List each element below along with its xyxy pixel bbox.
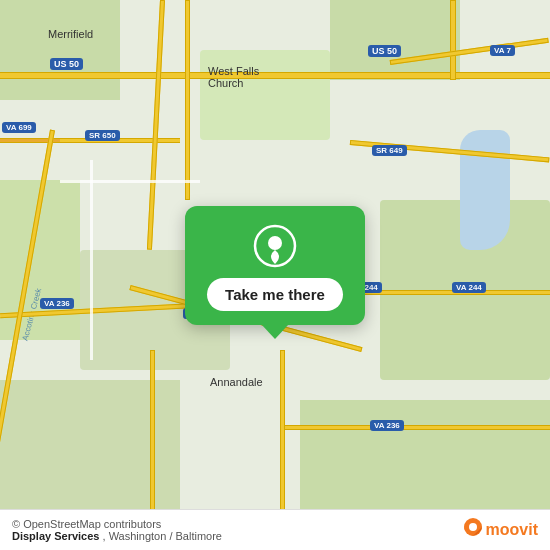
green-area-2 — [330, 0, 460, 80]
road-va236-right — [280, 425, 550, 430]
city-annandale: Annandale — [210, 376, 263, 388]
location-pin-icon — [253, 224, 297, 268]
green-area-3 — [200, 50, 330, 140]
moovit-pin-icon — [464, 518, 482, 542]
moovit-label: moovit — [486, 521, 538, 539]
footer-city: Washington / Baltimore — [109, 530, 222, 542]
take-me-there-button[interactable]: Take me there — [207, 278, 343, 311]
label-va244-right: VA 244 — [452, 282, 486, 293]
water-river — [460, 130, 510, 250]
moovit-logo: moovit — [464, 518, 538, 542]
app-name: Display Services — [12, 530, 99, 542]
label-va236-right: VA 236 — [370, 420, 404, 431]
svg-point-3 — [469, 523, 477, 531]
road-v-annandale2 — [280, 350, 285, 510]
label-va7: VA 7 — [490, 45, 515, 56]
city-westfalls: West FallsChurch — [208, 65, 259, 89]
road-v-center — [185, 0, 190, 200]
osm-credit-text: © OpenStreetMap contributors — [12, 518, 161, 530]
label-sr649-right: SR 649 — [372, 145, 407, 156]
green-area-8 — [300, 400, 550, 520]
label-va236-left: VA 236 — [40, 298, 74, 309]
label-us50-right: US 50 — [368, 45, 401, 57]
road-va7 — [450, 0, 456, 80]
svg-point-1 — [268, 236, 282, 250]
green-area-1 — [0, 0, 120, 100]
map-container: Accotink Creek US 50 US 50 SR 649 SR 649… — [0, 0, 550, 550]
popup-card: Take me there — [185, 206, 365, 325]
label-us50-left: US 50 — [50, 58, 83, 70]
city-merrifield: Merrifield — [48, 28, 93, 40]
road-v-annandale — [150, 350, 155, 510]
label-va699: VA 699 — [2, 122, 36, 133]
road-us50-h — [0, 72, 550, 79]
street-2 — [60, 180, 200, 183]
label-sr650: SR 650 — [85, 130, 120, 141]
footer-bar: © OpenStreetMap contributors Display Ser… — [0, 509, 550, 550]
osm-credit: © OpenStreetMap contributors Display Ser… — [12, 518, 222, 542]
street-1 — [90, 160, 93, 360]
